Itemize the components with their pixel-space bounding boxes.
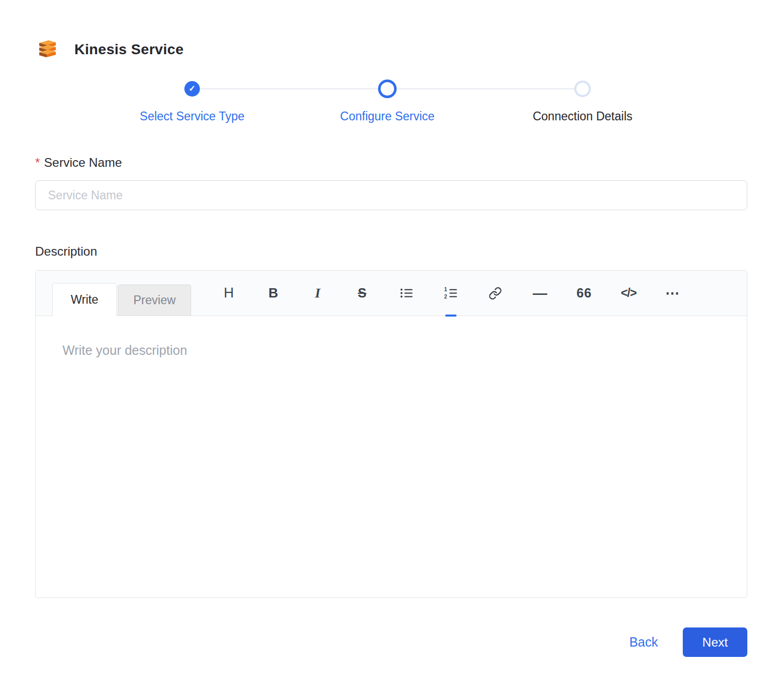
required-asterisk: * [35, 155, 40, 169]
tab-write[interactable]: Write [52, 283, 117, 316]
footer-actions: Back Next [35, 627, 747, 657]
step-circle-slot [574, 80, 591, 98]
quote-button[interactable]: 66 [573, 281, 595, 306]
step-current-circle[interactable] [378, 80, 397, 98]
description-label: Description [35, 244, 747, 259]
code-button[interactable]: </> [618, 281, 639, 306]
next-button[interactable]: Next [683, 627, 747, 657]
horizontal-rule-icon: — [533, 285, 547, 302]
editor-toolbar: Write Preview H B I S [36, 271, 747, 316]
step-upcoming-circle[interactable] [574, 81, 591, 97]
more-button[interactable]: ⋯ [662, 281, 684, 306]
stepper: ✓ Select Service Type Configure Service … [95, 80, 680, 123]
step-configure-service[interactable]: Configure Service [290, 80, 485, 123]
heading-icon: H [224, 285, 234, 301]
step-select-service-type[interactable]: ✓ Select Service Type [95, 80, 290, 123]
strikethrough-icon: S [358, 286, 367, 301]
step-label[interactable]: Select Service Type [140, 109, 245, 123]
step-connection-details[interactable]: Connection Details [485, 80, 680, 123]
horizontal-rule-button[interactable]: — [529, 281, 551, 306]
quote-icon: 66 [576, 286, 592, 301]
editor-body [36, 316, 747, 598]
description-textarea[interactable] [36, 316, 747, 598]
unordered-list-icon [400, 286, 414, 300]
svg-text:1: 1 [444, 287, 447, 292]
step-completed-circle[interactable]: ✓ [184, 81, 200, 97]
stepper-steps: ✓ Select Service Type Configure Service … [95, 80, 680, 123]
italic-button[interactable]: I [307, 281, 328, 306]
step-label[interactable]: Configure Service [340, 109, 435, 123]
code-icon: </> [621, 286, 636, 300]
check-icon: ✓ [189, 85, 195, 93]
service-name-label-text: Service Name [44, 155, 122, 169]
header: Kinesis Service [35, 37, 747, 62]
bold-icon: B [269, 285, 278, 301]
ordered-list-icon: 1 2 [444, 286, 458, 300]
link-icon [489, 287, 502, 300]
svg-text:2: 2 [444, 294, 447, 300]
tab-preview[interactable]: Preview [118, 285, 191, 316]
description-editor: Write Preview H B I S [35, 270, 747, 598]
step-label[interactable]: Connection Details [532, 109, 632, 123]
back-button[interactable]: Back [629, 635, 658, 650]
strikethrough-button[interactable]: S [351, 281, 373, 306]
ordered-list-indicator [445, 315, 457, 317]
heading-button[interactable]: H [218, 281, 240, 306]
service-name-label: *Service Name [35, 155, 747, 170]
italic-icon: I [315, 286, 320, 301]
page-title: Kinesis Service [74, 41, 184, 58]
service-name-input[interactable] [35, 180, 747, 210]
unordered-list-button[interactable] [396, 281, 417, 306]
step-circle-slot [378, 80, 397, 98]
bold-button[interactable]: B [262, 281, 284, 306]
editor-tabs: Write Preview [36, 271, 191, 316]
more-icon: ⋯ [665, 285, 681, 302]
ordered-list-button[interactable]: 1 2 [440, 281, 462, 306]
toolbar-buttons: H B I S [218, 271, 684, 316]
kinesis-icon [35, 37, 60, 62]
link-button[interactable] [484, 281, 506, 306]
step-circle-slot: ✓ [184, 80, 200, 98]
page: Kinesis Service ✓ Select Service Type Co… [0, 0, 784, 657]
